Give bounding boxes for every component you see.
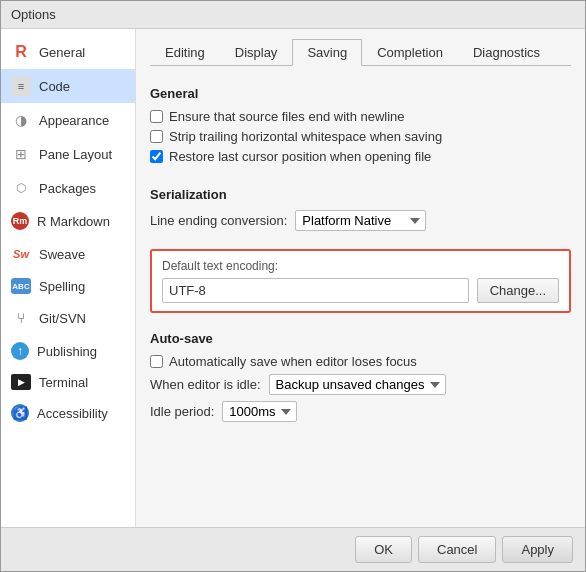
accessibility-icon: ♿ bbox=[11, 404, 29, 422]
sidebar-item-publishing[interactable]: ↑ Publishing bbox=[1, 335, 135, 367]
line-ending-row: Line ending conversion: Platform Native … bbox=[150, 210, 571, 231]
idle-label: When editor is idle: bbox=[150, 377, 261, 392]
sidebar-label-pane: Pane Layout bbox=[39, 147, 112, 162]
auto-save-label: Automatically save when editor loses foc… bbox=[169, 354, 417, 369]
encoding-label: Default text encoding: bbox=[162, 259, 559, 273]
auto-save-row: Automatically save when editor loses foc… bbox=[150, 354, 571, 369]
restore-cursor-label: Restore last cursor position when openin… bbox=[169, 149, 431, 164]
auto-save-checkbox[interactable] bbox=[150, 355, 163, 368]
spelling-icon: ABC bbox=[11, 278, 31, 294]
sidebar-item-terminal[interactable]: ▶ Terminal bbox=[1, 367, 135, 397]
autosave-section: Auto-save Automatically save when editor… bbox=[150, 325, 571, 428]
cancel-button[interactable]: Cancel bbox=[418, 536, 496, 563]
sidebar-label-code: Code bbox=[39, 79, 70, 94]
sweave-icon: Sw bbox=[11, 244, 31, 264]
line-ending-select[interactable]: Platform Native Windows (CR/LF) POSIX (L… bbox=[295, 210, 426, 231]
sidebar-item-git[interactable]: ⑂ Git/SVN bbox=[1, 301, 135, 335]
encoding-input[interactable] bbox=[162, 278, 469, 303]
sidebar-label-accessibility: Accessibility bbox=[37, 406, 108, 421]
general-section: General Ensure that source files end wit… bbox=[150, 80, 571, 169]
window-title: Options bbox=[11, 7, 56, 22]
sidebar-label-spelling: Spelling bbox=[39, 279, 85, 294]
sidebar-label-appearance: Appearance bbox=[39, 113, 109, 128]
ensure-newline-label: Ensure that source files end with newlin… bbox=[169, 109, 405, 124]
code-icon: ≡ bbox=[11, 76, 31, 96]
general-icon: R bbox=[11, 42, 31, 62]
sidebar-label-general: General bbox=[39, 45, 85, 60]
general-title: General bbox=[150, 86, 571, 101]
idle-select[interactable]: Backup unsaved changes Save all files No… bbox=[269, 374, 446, 395]
ensure-newline-row: Ensure that source files end with newlin… bbox=[150, 109, 571, 124]
idle-period-label: Idle period: bbox=[150, 404, 214, 419]
restore-cursor-row: Restore last cursor position when openin… bbox=[150, 149, 571, 164]
sidebar-label-terminal: Terminal bbox=[39, 375, 88, 390]
sidebar-item-code[interactable]: ≡ Code bbox=[1, 69, 135, 103]
sidebar: R General ≡ Code ◑ Appearance ⊞ Pane Lay… bbox=[1, 29, 136, 527]
idle-period-row: Idle period: 500ms 1000ms 2000ms 5000ms bbox=[150, 401, 571, 422]
title-bar: Options bbox=[1, 1, 585, 29]
strip-whitespace-row: Strip trailing horizontal whitespace whe… bbox=[150, 129, 571, 144]
serialization-section: Serialization Line ending conversion: Pl… bbox=[150, 181, 571, 237]
sidebar-item-appearance[interactable]: ◑ Appearance bbox=[1, 103, 135, 137]
ensure-newline-checkbox[interactable] bbox=[150, 110, 163, 123]
rmd-icon: Rm bbox=[11, 212, 29, 230]
sidebar-item-sweave[interactable]: Sw Sweave bbox=[1, 237, 135, 271]
tab-completion[interactable]: Completion bbox=[362, 39, 458, 66]
sidebar-label-rmd: R Markdown bbox=[37, 214, 110, 229]
sidebar-item-spelling[interactable]: ABC Spelling bbox=[1, 271, 135, 301]
sidebar-item-rmarkdown[interactable]: Rm R Markdown bbox=[1, 205, 135, 237]
sidebar-label-sweave: Sweave bbox=[39, 247, 85, 262]
tab-saving[interactable]: Saving bbox=[292, 39, 362, 66]
apply-button[interactable]: Apply bbox=[502, 536, 573, 563]
main-content: Editing Display Saving Completion Diagno… bbox=[136, 29, 585, 527]
sidebar-label-publishing: Publishing bbox=[37, 344, 97, 359]
restore-cursor-checkbox[interactable] bbox=[150, 150, 163, 163]
encoding-row: Change... bbox=[162, 278, 559, 303]
bottom-bar: OK Cancel Apply bbox=[1, 527, 585, 571]
packages-icon: ⬡ bbox=[11, 178, 31, 198]
tab-bar: Editing Display Saving Completion Diagno… bbox=[150, 39, 571, 66]
sidebar-item-packages[interactable]: ⬡ Packages bbox=[1, 171, 135, 205]
sidebar-item-accessibility[interactable]: ♿ Accessibility bbox=[1, 397, 135, 429]
sidebar-item-pane-layout[interactable]: ⊞ Pane Layout bbox=[1, 137, 135, 171]
line-ending-label: Line ending conversion: bbox=[150, 213, 287, 228]
autosave-title: Auto-save bbox=[150, 331, 571, 346]
tab-display[interactable]: Display bbox=[220, 39, 293, 66]
options-window: Options R General ≡ Code ◑ Appearance ⊞ … bbox=[0, 0, 586, 572]
sidebar-label-packages: Packages bbox=[39, 181, 96, 196]
terminal-icon: ▶ bbox=[11, 374, 31, 390]
window-body: R General ≡ Code ◑ Appearance ⊞ Pane Lay… bbox=[1, 29, 585, 527]
idle-period-select[interactable]: 500ms 1000ms 2000ms 5000ms bbox=[222, 401, 297, 422]
strip-whitespace-checkbox[interactable] bbox=[150, 130, 163, 143]
idle-row: When editor is idle: Backup unsaved chan… bbox=[150, 374, 571, 395]
serialization-title: Serialization bbox=[150, 187, 571, 202]
sidebar-label-git: Git/SVN bbox=[39, 311, 86, 326]
publishing-icon: ↑ bbox=[11, 342, 29, 360]
tab-diagnostics[interactable]: Diagnostics bbox=[458, 39, 555, 66]
encoding-box: Default text encoding: Change... bbox=[150, 249, 571, 313]
sidebar-item-general[interactable]: R General bbox=[1, 35, 135, 69]
git-icon: ⑂ bbox=[11, 308, 31, 328]
ok-button[interactable]: OK bbox=[355, 536, 412, 563]
tab-editing[interactable]: Editing bbox=[150, 39, 220, 66]
pane-icon: ⊞ bbox=[11, 144, 31, 164]
appearance-icon: ◑ bbox=[11, 110, 31, 130]
change-encoding-button[interactable]: Change... bbox=[477, 278, 559, 303]
strip-whitespace-label: Strip trailing horizontal whitespace whe… bbox=[169, 129, 442, 144]
